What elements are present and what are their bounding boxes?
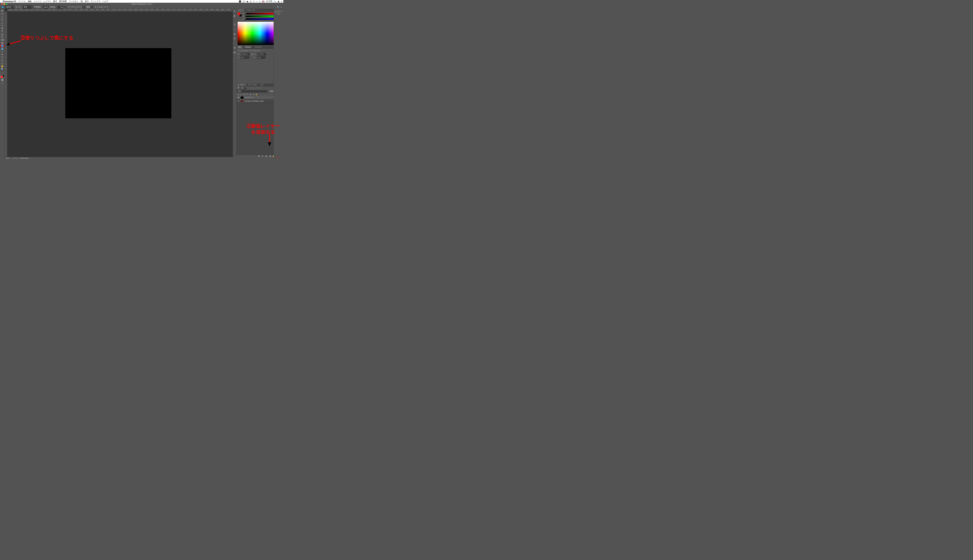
all-layers-checkbox[interactable] xyxy=(91,6,93,8)
lock-paint-icon[interactable]: ✎ xyxy=(246,93,249,95)
quick-select-tool[interactable]: ⚹ xyxy=(0,18,4,21)
layer-kind-select[interactable]: 種類 xyxy=(240,87,247,89)
edit-toolbar[interactable]: ⋯ xyxy=(0,72,4,75)
menu-edit[interactable]: 編集 xyxy=(28,0,32,3)
status-chevron-icon[interactable]: 〉 xyxy=(30,157,32,159)
status-icon[interactable]: ⊙ xyxy=(250,0,251,3)
actions-panel-icon[interactable]: ▶ xyxy=(233,14,236,17)
battery-icon[interactable]: ▭ xyxy=(259,0,261,3)
history-brush-tool[interactable]: ↻ xyxy=(0,36,4,38)
dodge-tool[interactable]: ○ xyxy=(0,50,4,53)
link-layers-icon[interactable]: ⛓ xyxy=(258,155,260,157)
g-slider[interactable]: ▲ xyxy=(245,15,278,17)
traffic-lights[interactable] xyxy=(0,3,7,5)
wifi-icon[interactable]: ⌔ xyxy=(256,0,257,3)
close-icon[interactable] xyxy=(1,3,3,5)
tab-adjustments[interactable]: 色調補正 xyxy=(243,46,253,48)
menu-layer[interactable]: レイヤー xyxy=(43,0,51,3)
tab-color[interactable]: カラー xyxy=(236,9,245,12)
lock-artboard-icon[interactable]: ▢ xyxy=(252,93,254,95)
color-swatches[interactable] xyxy=(1,75,4,78)
r-slider[interactable]: ▲ xyxy=(245,13,278,14)
ruler-horizontal[interactable]: -900-800-700-600-500-400-300-200-1000100… xyxy=(7,9,233,12)
blur-tool[interactable]: 💧 xyxy=(0,47,4,50)
crop-tool[interactable]: ⟁ xyxy=(0,21,4,24)
brush-panel-icon[interactable]: ⟐ xyxy=(233,28,236,31)
maximize-icon[interactable] xyxy=(6,3,7,5)
marquee-tool[interactable]: ▭ xyxy=(0,12,4,15)
lock-trans-icon[interactable]: ⊞ xyxy=(244,93,246,95)
status-icon[interactable]: ⇧ xyxy=(253,0,254,3)
tab-styles[interactable]: スタイル xyxy=(253,46,263,48)
search-icon[interactable]: 🔍 xyxy=(277,6,279,8)
lock-pos-icon[interactable]: ✥ xyxy=(249,93,251,95)
flag-icon[interactable]: 🇺🇸 xyxy=(262,0,264,3)
ruler-vertical[interactable] xyxy=(5,12,7,157)
shape-tool[interactable]: ▢ xyxy=(0,62,4,65)
filter-shape-icon[interactable] xyxy=(256,87,258,89)
clock[interactable]: 水 4:29 xyxy=(266,0,272,3)
char-panel-icon[interactable]: A| xyxy=(233,33,236,35)
menu-file[interactable]: ファイル xyxy=(18,0,26,3)
stamp-tool[interactable]: ▲ xyxy=(0,33,4,36)
lock-all-icon[interactable]: 🔒 xyxy=(255,93,257,95)
layercomp-panel-icon[interactable]: ⊞ xyxy=(233,46,236,49)
para-panel-icon[interactable]: ¶ xyxy=(233,37,236,40)
screenmode-tool[interactable]: ⛶ xyxy=(0,81,4,84)
adjustment-icon[interactable]: ◑ xyxy=(269,155,271,157)
path-select-tool[interactable]: ↖ xyxy=(0,59,4,62)
filter-type-icon[interactable] xyxy=(253,87,255,89)
quickmask-tool[interactable]: ▣ xyxy=(0,78,4,81)
layer-thumb[interactable] xyxy=(240,96,244,99)
y-input[interactable] xyxy=(257,56,266,59)
menu-window[interactable]: ウィンドウ xyxy=(91,0,100,3)
b-slider[interactable]: ▲ xyxy=(245,18,278,20)
document-canvas[interactable] xyxy=(65,48,172,118)
x-input[interactable] xyxy=(241,56,249,59)
spotlight-icon[interactable]: 🔍 xyxy=(274,0,276,3)
canvas-area[interactable]: -900-800-700-600-500-400-300-200-1000100… xyxy=(5,9,233,157)
status-icon[interactable]: 💬 xyxy=(242,0,245,3)
height-input[interactable] xyxy=(257,53,266,55)
filter-smart-icon[interactable] xyxy=(259,87,261,89)
paint-bucket-icon[interactable]: 🪣 xyxy=(1,6,4,8)
menu-view[interactable]: 表示 xyxy=(85,0,89,3)
hand-tool[interactable]: ✋ xyxy=(0,65,4,68)
libraries-panel[interactable]: ☁ライブラリ xyxy=(274,9,283,157)
healing-tool[interactable]: ✜ xyxy=(0,27,4,30)
zoom-tool[interactable]: 🔍 xyxy=(0,68,4,71)
file-size[interactable]: ファイル : 7.03M/9.55M xyxy=(12,157,28,159)
menu-type[interactable]: 書式 xyxy=(53,0,57,3)
visibility-icon[interactable]: 👁 xyxy=(237,100,239,102)
tab-paths[interactable]: パス xyxy=(258,83,265,86)
tab-properties[interactable]: 属性 xyxy=(236,46,243,48)
antialias-checkbox[interactable]: ✓ xyxy=(64,6,66,8)
menu-icon[interactable]: ≡ xyxy=(281,0,282,3)
tab-layers[interactable]: レイヤー xyxy=(236,83,247,86)
layer-name[interactable]: red-wine-2443699_1920 xyxy=(245,100,264,102)
menu-select[interactable]: 選択範囲 xyxy=(59,0,67,3)
siri-icon[interactable]: ◉ xyxy=(278,0,279,3)
tab-swatches[interactable]: スウォッチ xyxy=(245,9,257,12)
visibility-icon[interactable]: 👁 xyxy=(237,97,239,98)
blend-mode-select[interactable]: 通常 xyxy=(23,5,32,9)
history-panel-icon[interactable]: ⟳ xyxy=(233,10,236,12)
opacity-input[interactable]: 100% xyxy=(43,6,48,8)
app-name[interactable]: Photoshop CC xyxy=(3,0,16,3)
status-icon[interactable]: ⬛ xyxy=(239,0,241,3)
filter-adjust-icon[interactable] xyxy=(250,87,252,89)
minimize-icon[interactable] xyxy=(3,3,5,5)
filter-pixel-icon[interactable] xyxy=(247,87,249,89)
menu-filter[interactable]: フィルター xyxy=(69,0,79,3)
move-tool[interactable]: ✥ xyxy=(0,9,4,12)
tolerance-input[interactable]: 50 xyxy=(57,6,63,8)
layer-name[interactable]: レイヤー 1 xyxy=(245,96,253,99)
link-icon[interactable]: ⛓ xyxy=(251,53,253,55)
mask-icon[interactable]: ◐ xyxy=(265,155,267,157)
workspace-icon[interactable]: ▭ xyxy=(281,6,282,8)
gradient-tool[interactable]: ▤ xyxy=(0,42,4,44)
tab-channels[interactable]: チャンネル xyxy=(247,83,258,86)
eraser-tool[interactable]: ⌫ xyxy=(0,38,4,42)
brush-tool[interactable]: ✎ xyxy=(0,30,4,33)
info-panel-icon[interactable]: ⓘ xyxy=(233,23,236,26)
